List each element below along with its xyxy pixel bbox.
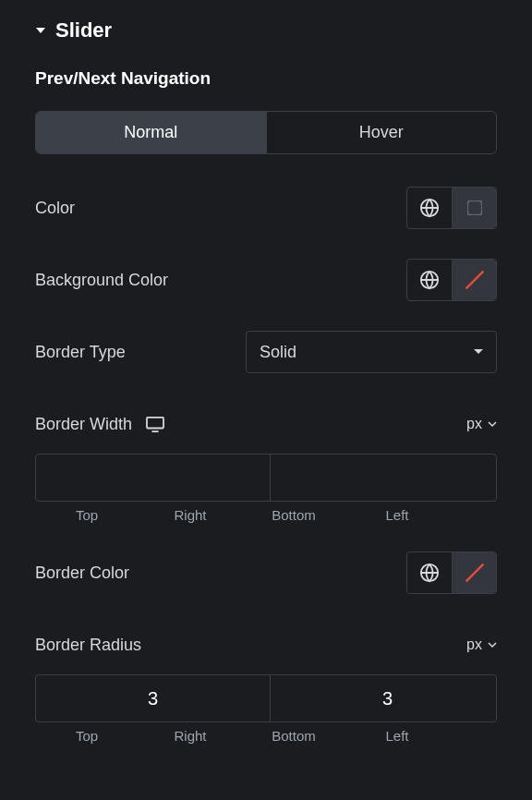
background-color-label: Background Color [35, 271, 168, 290]
border-width-header: Border Width px [35, 398, 497, 450]
color-control [406, 187, 497, 229]
color-label: Color [35, 199, 75, 218]
globe-icon[interactable] [407, 260, 452, 300]
color-swatch[interactable] [452, 188, 496, 228]
background-color-row: Background Color [35, 254, 497, 306]
tab-hover[interactable]: Hover [266, 112, 497, 153]
svg-rect-4 [147, 418, 163, 429]
globe-icon[interactable] [407, 552, 452, 593]
caret-down-icon [35, 25, 46, 36]
border-radius-unit[interactable]: px [466, 636, 497, 653]
desktop-icon[interactable] [145, 416, 165, 432]
section-title: Slider [55, 18, 112, 42]
border-radius-right[interactable] [271, 675, 497, 721]
border-radius-inputs [35, 674, 497, 722]
border-color-control [406, 552, 497, 594]
border-color-row: Border Color [35, 547, 497, 599]
state-tabs: Normal Hover [35, 111, 497, 154]
border-width-label: Border Width [35, 415, 132, 434]
border-radius-header: Border Radius px [35, 619, 497, 671]
chevron-down-icon [488, 642, 497, 648]
border-width-unit[interactable]: px [466, 416, 497, 432]
svg-line-3 [466, 272, 483, 289]
border-radius-label: Border Radius [35, 636, 141, 655]
svg-line-7 [466, 564, 483, 582]
background-color-control [406, 259, 497, 301]
border-color-label: Border Color [35, 564, 129, 583]
border-type-select[interactable]: Solid [246, 331, 497, 373]
subsection-title: Prev/Next Navigation [35, 68, 497, 111]
tab-normal[interactable]: Normal [36, 112, 266, 153]
border-width-dim-labels: Top Right Bottom Left [35, 507, 497, 523]
chevron-down-icon [488, 421, 497, 428]
border-width-top[interactable] [36, 455, 271, 501]
border-type-label: Border Type [35, 343, 126, 362]
color-swatch-none[interactable] [452, 260, 496, 300]
border-type-row: Border Type Solid [35, 326, 497, 378]
border-width-inputs [35, 454, 497, 502]
globe-icon[interactable] [407, 188, 452, 228]
color-swatch-none[interactable] [452, 552, 496, 593]
border-radius-dim-labels: Top Right Bottom Left [35, 728, 497, 744]
border-radius-top[interactable] [36, 675, 271, 721]
svg-rect-1 [467, 201, 481, 215]
section-header[interactable]: Slider [35, 0, 497, 68]
border-width-right[interactable] [271, 455, 497, 501]
color-row: Color [35, 182, 497, 234]
